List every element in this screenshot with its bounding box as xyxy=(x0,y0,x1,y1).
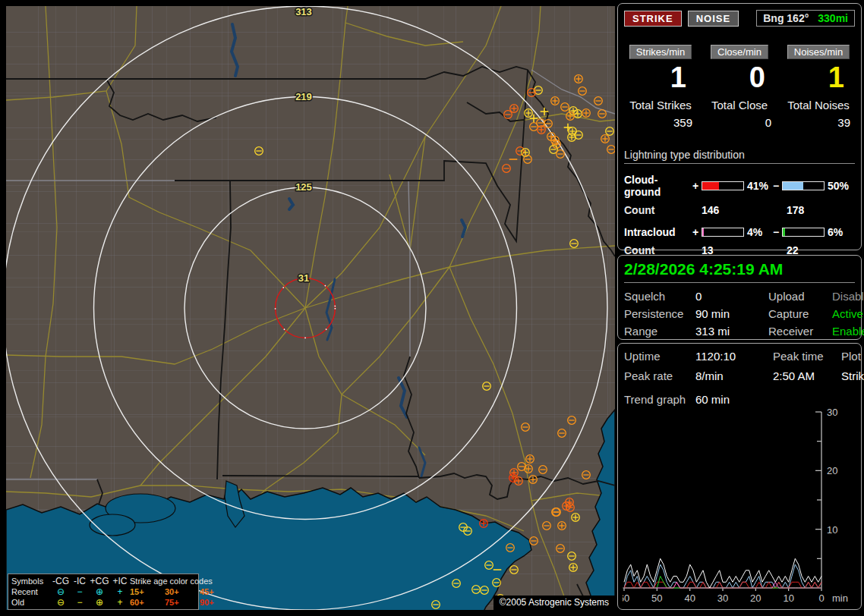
trend-graph-row: Trend graph 60 min xyxy=(624,393,855,406)
age-90: 90+ xyxy=(200,597,233,608)
trend-panel: Uptime 1120:10 Peak time Plot Peak rate … xyxy=(617,343,862,610)
ic-positive-pct: 4% xyxy=(746,226,771,238)
trend-graph: 1020306050403020100min xyxy=(623,407,856,603)
recent-cg-plus-icon: ⊕ xyxy=(89,586,110,597)
noises-per-min-chip: Noises/min xyxy=(787,45,850,59)
peak-rate-value: 8/min xyxy=(695,369,773,382)
svg-text:50: 50 xyxy=(651,592,662,603)
persistence-label: Persistence xyxy=(624,307,695,320)
total-strikes-value: 359 xyxy=(624,116,697,129)
bearing-label: Bng 162° xyxy=(763,12,809,24)
legend-col-neg-cg: -CG xyxy=(51,576,71,586)
total-noises-label: Total Noises xyxy=(782,99,855,112)
age-75: 75+ xyxy=(165,597,200,608)
total-close-value: 0 xyxy=(703,116,776,129)
svg-text:219: 219 xyxy=(295,91,312,102)
svg-text:min: min xyxy=(832,592,848,603)
old-cg-minus-icon: ⊖ xyxy=(51,597,71,608)
capture-label: Capture xyxy=(768,307,832,320)
plus-sign: + xyxy=(691,180,700,192)
svg-text:31: 31 xyxy=(298,272,309,284)
datetime-display: 2/28/2026 4:25:19 AM xyxy=(624,260,855,283)
svg-text:10: 10 xyxy=(783,592,793,603)
cg-positive-count: 146 xyxy=(702,204,787,216)
recent-ic-minus-icon: − xyxy=(71,586,89,597)
uptime-value: 1120:10 xyxy=(695,350,773,363)
cg-positive-pct: 41% xyxy=(746,180,771,192)
legend-header-row: Symbols -CG -IC +CG +IC Strike age color… xyxy=(11,576,195,586)
close-column: Close/min 0 Total Close 0 xyxy=(703,45,776,129)
strike-button[interactable]: STRIKE xyxy=(624,11,682,27)
cg-negative-pct: 50% xyxy=(826,180,852,192)
close-per-min-value: 0 xyxy=(703,62,776,93)
legend-recent-row: Recent ⊖ − ⊕ + 15+ 30+ 45+ xyxy=(11,586,195,597)
recent-cg-minus-icon: ⊖ xyxy=(51,586,71,597)
svg-text:20: 20 xyxy=(827,465,837,476)
ic-positive-bar xyxy=(702,228,744,237)
cloud-ground-label: Cloud-ground xyxy=(624,174,691,198)
uptime-label: Uptime xyxy=(624,350,695,363)
plot-label: Plot xyxy=(841,350,864,363)
plus-sign: + xyxy=(691,226,700,238)
rate-columns: Strikes/min 1 Total Strikes 359 Close/mi… xyxy=(624,45,855,129)
status-grid: Squelch 0 Upload Disabled Persistence 90… xyxy=(624,290,855,338)
noise-button[interactable]: NOISE xyxy=(688,11,739,27)
age-15: 15+ xyxy=(130,586,165,597)
total-noises-value: 39 xyxy=(782,116,855,129)
legend-old-label: Old xyxy=(11,597,51,608)
cg-negative-bar xyxy=(782,181,825,190)
age-45: 45+ xyxy=(200,586,233,597)
age-60: 60+ xyxy=(130,597,165,608)
cg-positive-bar xyxy=(702,181,744,190)
svg-text:10: 10 xyxy=(827,524,837,536)
map-legend: Symbols -CG -IC +CG +IC Strike age color… xyxy=(8,574,199,610)
receiver-status: Enabled xyxy=(832,325,864,338)
svg-text:20: 20 xyxy=(750,592,761,603)
peak-rate-label: Peak rate xyxy=(624,369,695,382)
ic-negative-bar xyxy=(782,228,825,237)
map-canvas[interactable]: 31125219313 xyxy=(6,6,615,610)
minus-sign: − xyxy=(771,180,780,192)
bearing-distance: 330mi xyxy=(818,12,848,24)
intracloud-label: Intracloud xyxy=(624,226,691,238)
peak-time-value: 2:50 AM xyxy=(773,369,841,382)
legend-col-pos-ic: +IC xyxy=(110,576,130,586)
svg-text:60: 60 xyxy=(623,592,629,603)
strikes-column: Strikes/min 1 Total Strikes 359 xyxy=(624,45,697,129)
peak-time-label: Peak time xyxy=(773,350,841,363)
svg-text:0: 0 xyxy=(818,592,824,603)
plot-type-value: Strike xyxy=(841,369,864,382)
copyright-label: ©2005 Astrogenic Systems xyxy=(493,596,615,610)
minus-sign: − xyxy=(771,226,780,238)
lightning-map[interactable]: 31125219313 Symbols -CG -IC +CG +IC Stri… xyxy=(6,6,615,610)
receiver-label: Receiver xyxy=(768,325,832,338)
range-label: Range xyxy=(624,325,695,338)
cg-negative-count: 178 xyxy=(787,204,804,216)
age-30: 30+ xyxy=(165,586,200,597)
range-value: 313 mi xyxy=(695,325,768,338)
old-ic-minus-icon: − xyxy=(71,597,89,608)
status-panel: 2/28/2026 4:25:19 AM Squelch 0 Upload Di… xyxy=(617,255,862,340)
bearing-display: Bng 162° 330mi xyxy=(756,10,855,27)
legend-symbols-header: Symbols xyxy=(11,576,51,586)
legend-old-row: Old ⊖ − ⊕ + 60+ 75+ 90+ xyxy=(11,597,195,608)
upload-status: Disabled xyxy=(832,290,864,303)
noises-column: Noises/min 1 Total Noises 39 xyxy=(782,45,855,129)
ic-negative-pct: 6% xyxy=(826,226,852,238)
trend-graph-label: Trend graph xyxy=(624,393,695,406)
cloud-ground-count-row: Count 146 178 xyxy=(624,204,855,216)
svg-text:30: 30 xyxy=(717,592,728,603)
legend-age-title: Strike age color codes xyxy=(130,576,233,586)
svg-text:313: 313 xyxy=(295,6,312,17)
legend-col-neg-ic: -IC xyxy=(71,576,89,586)
svg-text:125: 125 xyxy=(295,181,312,193)
legend-recent-label: Recent xyxy=(11,586,51,597)
old-cg-plus-icon: ⊕ xyxy=(89,597,110,608)
svg-text:30: 30 xyxy=(827,407,837,418)
old-ic-plus-icon: + xyxy=(110,597,130,608)
cloud-ground-row: Cloud-ground + 41% − 50% xyxy=(624,174,855,198)
intracloud-row: Intracloud + 4% − 6% xyxy=(624,226,855,238)
capture-status: Active xyxy=(832,307,864,320)
squelch-label: Squelch xyxy=(624,290,695,303)
recent-ic-plus-icon: + xyxy=(110,586,130,597)
